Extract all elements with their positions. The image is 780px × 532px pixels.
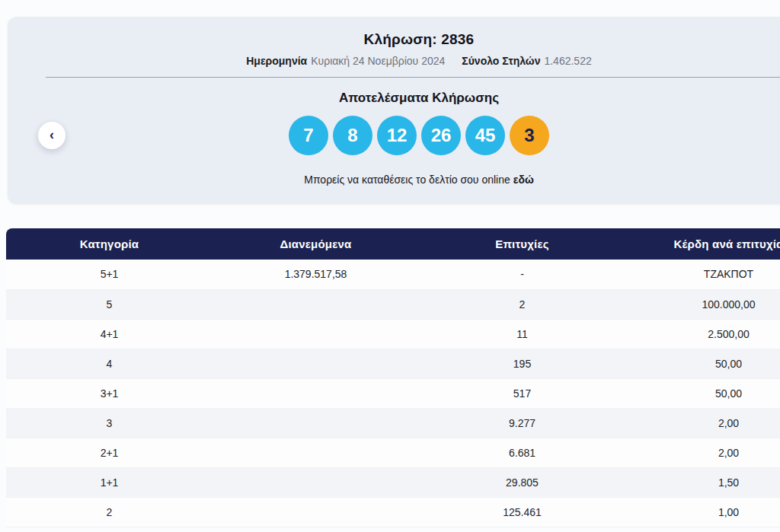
winning-numbers: 7 8 12 26 45 3 <box>46 116 780 155</box>
cell-winners: 2 <box>419 289 625 319</box>
cell-category: 4 <box>6 349 213 378</box>
cell-category: 5 <box>6 289 213 319</box>
cell-distributed <box>213 467 419 497</box>
cell-prize: 50,00 <box>625 349 780 378</box>
cell-prize: 100.000,00 <box>625 289 780 319</box>
cell-category: 2 <box>6 497 213 527</box>
cell-prize: ΤΖΑΚΠΟΤ <box>625 260 780 289</box>
cell-winners: 6.681 <box>419 438 625 467</box>
total-columns-label: Σύνολο Στηλών <box>462 55 540 67</box>
cell-winners: 517 <box>419 378 625 408</box>
table-row: 4 195 50,00 <box>6 349 780 378</box>
table-row: 3 9.277 2,00 <box>6 408 780 438</box>
cell-winners: 125.461 <box>419 497 625 527</box>
column-header-category: Κατηγορία <box>6 228 213 260</box>
table-header-row: Κατηγορία Διανεμόμενα Επιτυχίες Κέρδη αν… <box>6 228 780 260</box>
results-title: Αποτελέσματα Κλήρωσης <box>46 91 780 106</box>
cell-category: 5+1 <box>6 260 213 289</box>
online-submit-link[interactable]: εδώ <box>513 174 534 186</box>
total-columns: Σύνολο Στηλών1.462.522 <box>462 55 591 67</box>
online-submit-text: Μπορείς να καταθέσεις το δελτίο σου onli… <box>46 174 780 186</box>
cell-prize: 2,00 <box>625 408 780 438</box>
cell-distributed <box>213 319 419 349</box>
cell-distributed <box>213 438 419 467</box>
cell-winners: - <box>419 260 625 289</box>
cell-winners: 9.277 <box>419 408 625 438</box>
draw-title: Κλήρωση: 2836 <box>46 31 780 48</box>
cell-prize: 2,00 <box>625 438 780 467</box>
column-header-prize: Κέρδη ανά επιτυχία <box>625 228 780 260</box>
cell-distributed <box>213 289 419 319</box>
winning-number-ball: 8 <box>333 116 372 155</box>
banner-divider <box>46 77 780 78</box>
cell-winners: 195 <box>419 349 625 378</box>
joker-number-ball: 3 <box>510 116 549 155</box>
table-row: 5 2 100.000,00 <box>6 289 780 319</box>
cell-prize: 1,50 <box>625 467 780 497</box>
draw-date: ΗμερομηνίαΚυριακή 24 Νοεμβρίου 2024 <box>246 55 445 67</box>
table-row: 3+1 517 50,00 <box>6 378 780 408</box>
column-header-distributed: Διανεμόμενα <box>213 228 419 260</box>
cell-distributed <box>213 349 419 378</box>
cell-distributed <box>213 497 419 527</box>
online-submit-text-body: Μπορείς να καταθέσεις το δελτίο σου onli… <box>304 174 510 186</box>
column-header-winners: Επιτυχίες <box>419 228 625 260</box>
table-row: 2+1 6.681 2,00 <box>6 438 780 467</box>
winning-number-ball: 12 <box>377 116 417 155</box>
cell-prize: 2.500,00 <box>625 319 780 349</box>
cell-prize: 1,00 <box>625 497 780 527</box>
cell-category: 4+1 <box>6 319 213 349</box>
draw-date-label: Ημερομηνία <box>246 55 307 67</box>
cell-winners: 11 <box>419 319 625 349</box>
table-row: 1+1 29.805 1,50 <box>6 467 780 497</box>
cell-distributed <box>213 408 419 438</box>
table-row: 4+1 11 2.500,00 <box>6 319 780 349</box>
draw-results-banner: ‹ Κλήρωση: 2836 ΗμερομηνίαΚυριακή 24 Νοε… <box>8 17 780 204</box>
results-table: Κατηγορία Διανεμόμενα Επιτυχίες Κέρδη αν… <box>6 228 780 527</box>
cell-distributed: 1.379.517,58 <box>213 260 419 289</box>
prize-table-container: Κατηγορία Διανεμόμενα Επιτυχίες Κέρδη αν… <box>6 228 780 527</box>
cell-prize: 50,00 <box>625 378 780 408</box>
chevron-left-icon: ‹ <box>50 128 54 142</box>
cell-category: 3+1 <box>6 378 213 408</box>
cell-winners: 29.805 <box>419 467 625 497</box>
cell-category: 1+1 <box>6 467 213 497</box>
cell-category: 3 <box>6 408 213 438</box>
cell-distributed <box>213 378 419 408</box>
banner-content: Κλήρωση: 2836 ΗμερομηνίαΚυριακή 24 Νοεμβ… <box>46 17 780 186</box>
cell-category: 2+1 <box>6 438 213 467</box>
draw-date-value: Κυριακή 24 Νοεμβρίου 2024 <box>311 55 445 67</box>
draw-meta: ΗμερομηνίαΚυριακή 24 Νοεμβρίου 2024 Σύνο… <box>46 55 780 67</box>
table-row: 2 125.461 1,00 <box>6 497 780 527</box>
table-row: 5+1 1.379.517,58 - ΤΖΑΚΠΟΤ <box>6 260 780 289</box>
winning-number-ball: 45 <box>465 116 505 155</box>
previous-draw-button[interactable]: ‹ <box>38 122 66 149</box>
total-columns-value: 1.462.522 <box>544 55 591 67</box>
winning-number-ball: 7 <box>289 116 328 155</box>
winning-number-ball: 26 <box>421 116 461 155</box>
